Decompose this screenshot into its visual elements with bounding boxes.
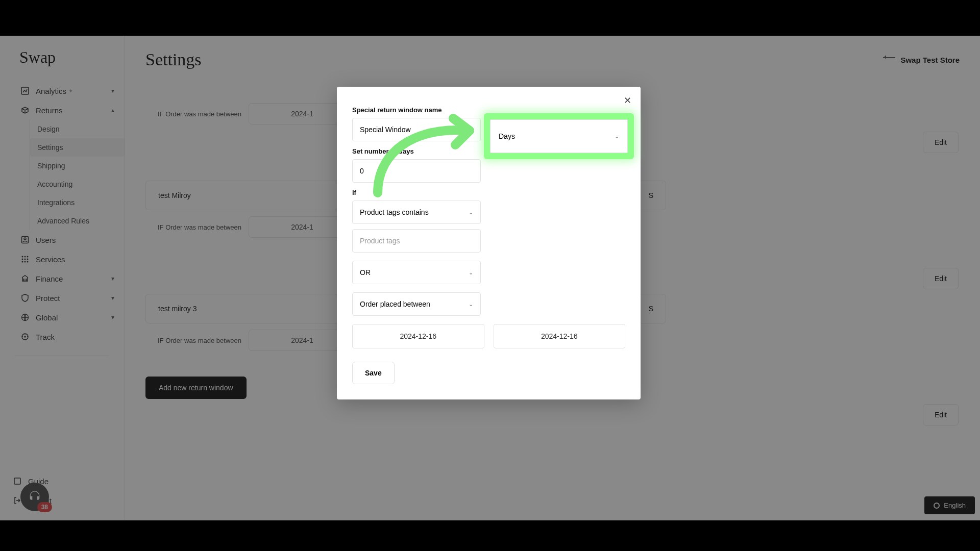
chevron-down-icon: ⌄ — [469, 209, 473, 216]
annotation-highlight: Days ⌄ — [484, 113, 634, 159]
close-icon: ✕ — [624, 95, 631, 106]
close-button[interactable]: ✕ — [624, 95, 631, 106]
select-value: OR — [360, 268, 371, 277]
chevron-down-icon: ⌄ — [615, 133, 619, 140]
logic-select[interactable]: OR ⌄ — [352, 261, 481, 284]
chevron-down-icon: ⌄ — [469, 301, 473, 308]
window-name-input[interactable] — [352, 118, 481, 141]
date-range-row: 2024-12-16 2024-12-16 — [352, 324, 625, 348]
date-from-input[interactable]: 2024-12-16 — [352, 324, 484, 348]
name-field-label: Special return window name — [352, 106, 481, 114]
condition-select[interactable]: Product tags contains ⌄ — [352, 201, 481, 224]
select-value: Order placed between — [360, 300, 430, 308]
select-value: Product tags contains — [360, 208, 429, 216]
date-to-input[interactable]: 2024-12-16 — [494, 324, 626, 348]
if-field-label: If — [352, 189, 625, 196]
chevron-down-icon: ⌄ — [469, 269, 473, 276]
select-value: Days — [499, 132, 515, 140]
unit-select[interactable]: Days ⌄ — [490, 119, 628, 153]
save-button[interactable]: Save — [352, 362, 395, 384]
placed-between-select[interactable]: Order placed between ⌄ — [352, 292, 481, 316]
days-input[interactable] — [352, 159, 481, 183]
product-tags-input[interactable] — [352, 229, 481, 253]
